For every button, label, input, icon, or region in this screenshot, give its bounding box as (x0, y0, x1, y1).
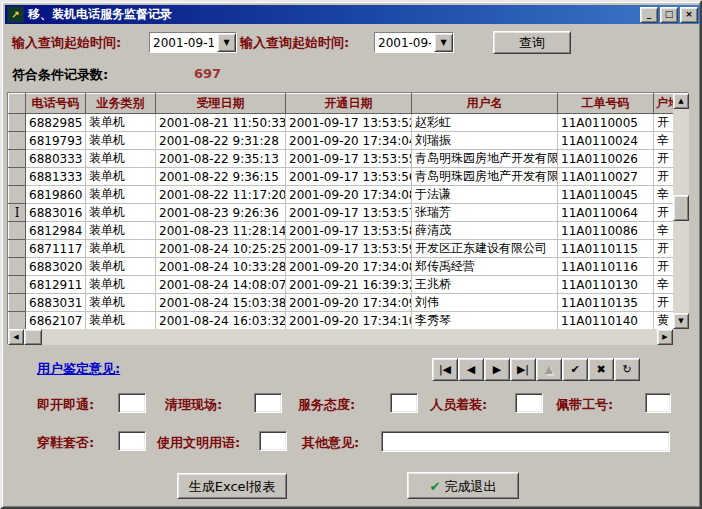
refresh-records-button[interactable]: ↻ (614, 358, 640, 381)
records-grid: 电话号码业务类别受理日期开通日期用户名工单号码户地 6882985装单机2001… (7, 92, 689, 345)
query-button[interactable]: 查询 (493, 31, 571, 54)
row-selector[interactable] (9, 276, 26, 294)
ibeam-cursor-icon[interactable]: I (9, 204, 26, 222)
table-cell: 2001-09-20 17:34:08 (286, 186, 412, 204)
column-header[interactable]: 户地 (654, 94, 674, 114)
row-selector[interactable] (9, 168, 26, 186)
column-header[interactable]: 受理日期 (156, 94, 286, 114)
table-row[interactable]: 6819860装单机2001-08-22 11:17:202001-09-20 … (9, 186, 674, 204)
badge-worn-field[interactable] (645, 393, 671, 413)
staff-dress-field[interactable] (515, 393, 543, 413)
table-row[interactable]: 6883020装单机2001-08-24 10:33:282001-09-20 … (9, 258, 674, 276)
column-header[interactable]: 开通日期 (286, 94, 412, 114)
table-cell: 辛 (654, 186, 674, 204)
minimize-button[interactable]: _ (640, 7, 658, 23)
vertical-scroll-thumb[interactable] (673, 195, 689, 221)
service-attitude-field[interactable] (390, 393, 418, 413)
post-record-button[interactable]: ✔ (562, 358, 588, 381)
table-cell: 2001-09-17 13:53:55 (286, 150, 412, 168)
table-cell: 11A0110024 (558, 132, 654, 150)
table-cell: 王兆桥 (412, 276, 558, 294)
check-icon: ✔ (430, 479, 441, 494)
other-opinion-field[interactable] (381, 431, 670, 452)
column-header[interactable]: 业务类别 (86, 94, 156, 114)
close-button[interactable]: × (680, 7, 698, 23)
table-cell: 11A0110130 (558, 276, 654, 294)
table-cell: 装单机 (86, 222, 156, 240)
table-row[interactable]: 6882985装单机2001-08-21 11:50:332001-09-17 … (9, 114, 674, 132)
row-selector[interactable] (9, 258, 26, 276)
horizontal-scroll-thumb[interactable] (24, 329, 42, 345)
table-row[interactable]: 6819793装单机2001-08-22 9:31:282001-09-20 1… (9, 132, 674, 150)
next-record-button[interactable]: ▶ (484, 358, 510, 381)
site-cleanup-field[interactable] (254, 393, 282, 413)
table-row[interactable]: 6812984装单机2001-08-23 11:28:142001-09-17 … (9, 222, 674, 240)
row-selector[interactable] (9, 222, 26, 240)
table-cell: 开 (654, 204, 674, 222)
scroll-up-icon[interactable]: ▲ (673, 93, 689, 109)
finish-exit-button[interactable]: ✔完成退出 (407, 472, 519, 499)
table-cell: 2001-09-20 17:34:10 (286, 312, 412, 330)
table-cell: 青岛明珠园房地产开发有限 (412, 168, 558, 186)
table-cell: 黄 (654, 312, 674, 330)
table-row[interactable]: 6883031装单机2001-08-24 15:03:382001-09-20 … (9, 294, 674, 312)
table-cell: 青岛明珠园房地产开发有限 (412, 150, 558, 168)
table-row[interactable]: 6812911装单机2001-08-24 14:08:072001-09-21 … (9, 276, 674, 294)
finish-exit-label: 完成退出 (444, 479, 496, 494)
table-cell: 2001-08-24 10:25:25 (156, 240, 286, 258)
table-cell: 6881333 (26, 168, 86, 186)
window-title: 移、装机电话服务监督记录 (28, 6, 172, 23)
app-icon: ↗ (7, 6, 24, 23)
column-header[interactable]: 用户名 (412, 94, 558, 114)
polite-language-field[interactable] (259, 431, 287, 451)
table-cell: 2001-08-24 14:08:07 (156, 276, 286, 294)
first-record-button[interactable]: |◀ (432, 358, 458, 381)
chevron-down-icon[interactable]: ▼ (217, 33, 236, 52)
row-selector[interactable] (9, 114, 26, 132)
table-cell: 6862107 (26, 312, 86, 330)
row-selector[interactable] (9, 240, 26, 258)
table-cell: 2001-08-24 10:33:28 (156, 258, 286, 276)
instant-open-field[interactable] (118, 393, 146, 413)
table-cell: 2001-09-17 13:53:59 (286, 240, 412, 258)
column-header[interactable]: 工单号码 (558, 94, 654, 114)
row-selector[interactable] (9, 150, 26, 168)
shoe-cover-field[interactable] (118, 431, 146, 451)
row-selector[interactable] (9, 312, 26, 330)
date-from-combobox[interactable]: ▼ (149, 32, 237, 53)
user-opinion-link[interactable]: 用户鉴定意见: (37, 360, 120, 378)
chevron-down-icon[interactable]: ▼ (434, 33, 453, 52)
table-cell: 11A0110005 (558, 114, 654, 132)
table-cell: 6882985 (26, 114, 86, 132)
date-to-input[interactable] (375, 33, 434, 52)
row-selector[interactable] (9, 294, 26, 312)
table-cell: 装单机 (86, 150, 156, 168)
table-cell: 6819793 (26, 132, 86, 150)
scroll-down-icon[interactable]: ▼ (673, 313, 689, 329)
column-header[interactable]: 电话号码 (26, 94, 86, 114)
db-navigator: |◀◀▶▶|▲✔✖↻ (432, 358, 640, 381)
prior-record-button[interactable]: ◀ (458, 358, 484, 381)
table-row[interactable]: I6883016装单机2001-08-23 9:26:362001-09-17 … (9, 204, 674, 222)
vertical-scrollbar[interactable]: ▲ ▼ (673, 93, 689, 329)
generate-excel-button[interactable]: 生成Excel报表 (177, 473, 287, 499)
table-row[interactable]: 6871117装单机2001-08-24 10:25:252001-09-17 … (9, 240, 674, 258)
table-cell: 6812911 (26, 276, 86, 294)
scroll-left-icon[interactable]: ◀ (8, 329, 24, 345)
table-row[interactable]: 6881333装单机2001-08-22 9:36:152001-09-17 1… (9, 168, 674, 186)
row-selector[interactable] (9, 186, 26, 204)
horizontal-scrollbar[interactable]: ◀ ▶ (8, 329, 673, 345)
row-selector[interactable] (9, 132, 26, 150)
scroll-right-icon[interactable]: ▶ (657, 329, 673, 345)
last-record-button[interactable]: ▶| (510, 358, 536, 381)
maximize-button[interactable]: □ (660, 7, 678, 23)
table-row[interactable]: 6880333装单机2001-08-22 9:35:132001-09-17 1… (9, 150, 674, 168)
table-cell: 装单机 (86, 276, 156, 294)
cancel-record-button[interactable]: ✖ (588, 358, 614, 381)
date-from-input[interactable] (150, 33, 217, 52)
table-cell: 刘伟 (412, 294, 558, 312)
table-row[interactable]: 6862107装单机2001-08-24 16:03:322001-09-20 … (9, 312, 674, 330)
grid-table-area: 电话号码业务类别受理日期开通日期用户名工单号码户地 6882985装单机2001… (8, 93, 673, 329)
date-to-combobox[interactable]: ▼ (374, 32, 454, 53)
table-cell: 装单机 (86, 258, 156, 276)
